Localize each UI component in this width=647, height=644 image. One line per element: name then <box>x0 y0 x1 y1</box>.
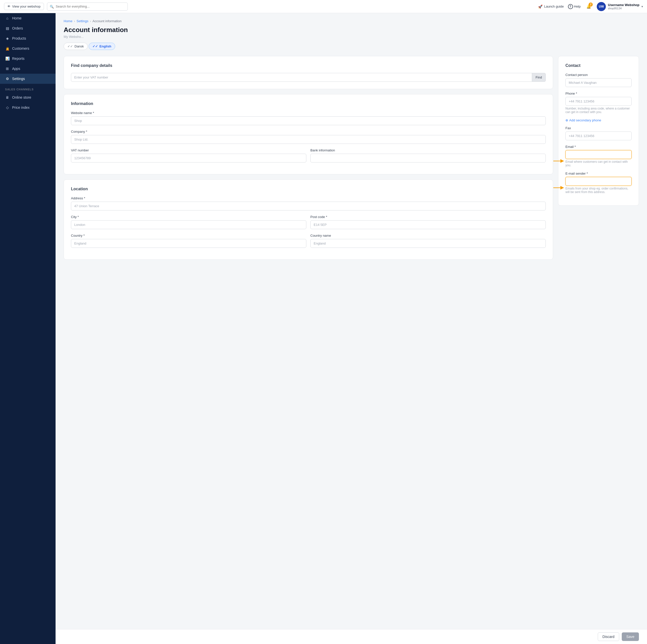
help-button[interactable]: ? Help <box>568 4 581 9</box>
phone-group: Phone * Number, including area code, whe… <box>565 92 632 114</box>
address-group: Address * <box>71 196 546 211</box>
page-subtitle: My Websho... <box>64 35 639 38</box>
products-icon: ◈ <box>5 36 10 41</box>
country-name-group: Country name <box>310 234 546 248</box>
email-sender-helper: Emails from your shop eg. order confirma… <box>565 187 632 194</box>
website-name-input[interactable] <box>71 116 546 125</box>
city-postcode-row: City * Post code * <box>71 215 546 234</box>
discard-button[interactable]: Discard <box>598 632 619 641</box>
location-title: Location <box>71 187 546 191</box>
vat-search-input[interactable] <box>71 73 532 82</box>
email-sender-group: E-mail sender * mail@webshop.co.uk Email… <box>565 172 632 194</box>
vat-group: VAT number <box>71 148 306 163</box>
website-name-group: Website name * <box>71 111 546 125</box>
sidebar-item-online-store[interactable]: 🖥 Online store <box>0 92 56 102</box>
user-menu[interactable]: UW Username Webshop shop95134 ▾ <box>597 2 643 11</box>
user-name: Username Webshop <box>608 3 639 7</box>
email-input[interactable]: mail@webshop.co.uk <box>565 150 632 159</box>
footer-bar: Discard Save <box>56 629 647 644</box>
find-company-card: Find company details Find <box>64 56 553 89</box>
search-bar <box>47 3 128 11</box>
phone-label: Phone * <box>565 92 632 95</box>
postcode-group: Post code * <box>310 215 546 229</box>
search-icon <box>50 4 54 9</box>
sidebar-item-settings[interactable]: ⚙ Settings <box>0 74 56 84</box>
city-input[interactable] <box>71 220 306 229</box>
city-label: City * <box>71 215 306 219</box>
breadcrumb: Home › Settings › Account information <box>64 19 639 23</box>
information-title: Information <box>71 101 546 106</box>
postcode-label: Post code * <box>310 215 546 219</box>
topbar-right: Launch guide ? Help 2 UW Username Websho… <box>538 2 643 11</box>
country-row: Country * England Scotland Wales Norther… <box>71 234 546 252</box>
website-name-label: Website name * <box>71 111 546 115</box>
email-sender-label: E-mail sender * <box>565 172 632 175</box>
search-input[interactable] <box>56 5 125 8</box>
apps-icon: ⊞ <box>5 66 10 71</box>
topbar: View your webshop Launch guide ? Help 2 … <box>0 0 647 13</box>
lang-tab-dansk[interactable]: ✓ Dansk <box>64 43 88 50</box>
fax-label: Fax <box>565 126 632 130</box>
find-button[interactable]: Find <box>532 73 546 82</box>
country-label: Country * <box>71 234 306 237</box>
email-label: Email * <box>565 145 632 149</box>
breadcrumb-current: Account information <box>92 19 122 23</box>
vat-bank-row: VAT number Bank information <box>71 148 546 167</box>
vat-input[interactable] <box>71 154 306 163</box>
find-company-title: Find company details <box>71 63 546 68</box>
country-name-label: Country name <box>310 234 546 237</box>
online-store-icon: 🖥 <box>5 95 10 100</box>
sidebar-item-label: Settings <box>12 77 25 81</box>
main-content: Home › Settings › Account information Ac… <box>56 13 647 644</box>
check-icon: ✓ <box>67 45 73 48</box>
sidebar-item-price-index[interactable]: ◇ Price index <box>0 102 56 112</box>
help-icon: ? <box>568 4 573 9</box>
sidebar-item-apps[interactable]: ⊞ Apps <box>0 64 56 74</box>
country-select[interactable]: England Scotland Wales Northern Ireland <box>71 239 306 248</box>
orders-icon: ▤ <box>5 26 10 30</box>
price-icon: ◇ <box>5 105 10 110</box>
sidebar: ⌂ Home ▤ Orders ◈ Products 🙍 Customers 📊… <box>0 13 56 644</box>
phone-input[interactable] <box>565 97 632 106</box>
add-secondary-phone-button[interactable]: ⊕ Add secondary phone <box>565 118 632 122</box>
bank-input[interactable] <box>310 154 546 163</box>
customers-icon: 🙍 <box>5 46 10 51</box>
email-arrow-annotation <box>552 158 565 164</box>
lang-tab-english[interactable]: ✓ English <box>89 43 115 50</box>
sidebar-item-label: Online store <box>12 95 31 99</box>
postcode-input[interactable] <box>310 220 546 229</box>
lang-tab-label: English <box>99 45 112 48</box>
home-icon: ⌂ <box>5 16 10 20</box>
plus-icon: ⊕ <box>565 118 568 122</box>
sidebar-item-label: Products <box>12 36 26 41</box>
lang-tab-label: Dansk <box>74 45 84 48</box>
breadcrumb-settings[interactable]: Settings <box>76 19 88 23</box>
sidebar-item-customers[interactable]: 🙍 Customers <box>0 44 56 54</box>
rocket-icon <box>538 5 543 9</box>
fax-input[interactable] <box>565 132 632 140</box>
contact-card: Contact Contact person Phone * Number, i… <box>558 56 639 206</box>
view-webshop-button[interactable]: View your webshop <box>4 3 44 10</box>
contact-person-input[interactable] <box>565 78 632 87</box>
left-column: Find company details Find Information We… <box>64 56 553 265</box>
sidebar-item-label: Apps <box>12 67 20 71</box>
sidebar-item-orders[interactable]: ▤ Orders <box>0 23 56 33</box>
company-input[interactable] <box>71 135 546 144</box>
save-button[interactable]: Save <box>622 632 639 641</box>
content-grid: Find company details Find Information We… <box>64 56 639 265</box>
email-sender-input[interactable]: mail@webshop.co.uk <box>565 177 632 186</box>
company-group: Company * <box>71 130 546 144</box>
app-body: ⌂ Home ▤ Orders ◈ Products 🙍 Customers 📊… <box>0 13 647 644</box>
fax-group: Fax <box>565 126 632 140</box>
launch-guide-button[interactable]: Launch guide <box>538 5 564 9</box>
right-column: Contact Contact person Phone * Number, i… <box>558 56 639 265</box>
address-input[interactable] <box>71 202 546 211</box>
breadcrumb-home[interactable]: Home <box>64 19 72 23</box>
sidebar-item-products[interactable]: ◈ Products <box>0 33 56 44</box>
sidebar-item-reports[interactable]: 📊 Reports <box>0 54 56 64</box>
country-name-input[interactable] <box>310 239 546 248</box>
sidebar-item-home[interactable]: ⌂ Home <box>0 13 56 23</box>
city-group: City * <box>71 215 306 229</box>
sidebar-item-label: Orders <box>12 26 23 30</box>
notifications-button[interactable]: 2 <box>585 3 593 11</box>
